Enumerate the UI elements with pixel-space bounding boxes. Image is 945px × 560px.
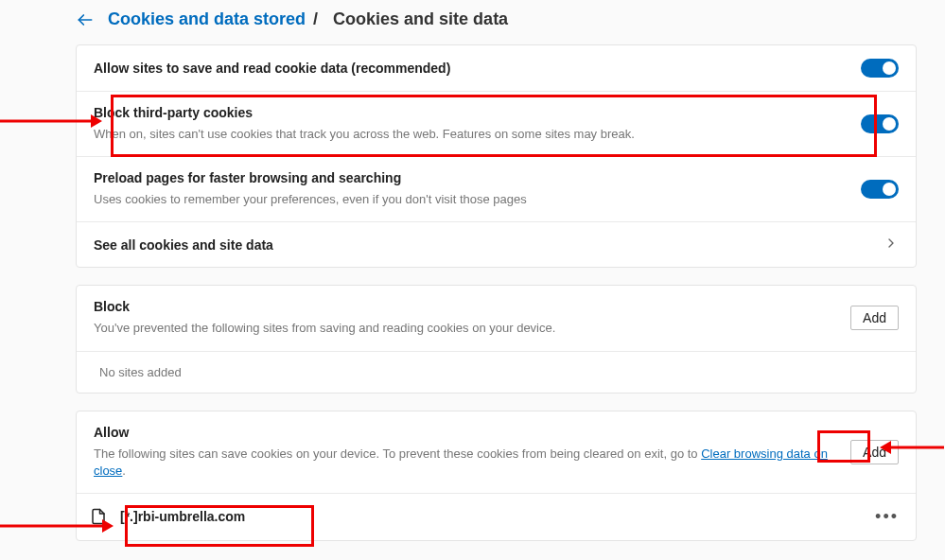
breadcrumb-current: Cookies and site data (333, 9, 508, 29)
allow-section-sub-after: . (122, 464, 126, 478)
setting-allow-save-row: Allow sites to save and read cookie data… (77, 45, 916, 92)
block-section-card: Block You've prevented the following sit… (76, 285, 917, 393)
allow-section-sub: The following sites can save cookies on … (94, 446, 850, 480)
block-section-title: Block (94, 299, 850, 314)
setting-preload-title: Preload pages for faster browsing and se… (94, 170, 861, 185)
chevron-right-icon (884, 236, 899, 254)
allow-add-button[interactable]: Add (850, 440, 899, 464)
allow-site-row: [*.]rbi-umbrella.com ••• (77, 494, 916, 540)
breadcrumb-separator: / (313, 9, 318, 29)
document-icon (90, 508, 107, 525)
allow-section-title: Allow (94, 425, 850, 440)
block-add-button[interactable]: Add (850, 306, 899, 330)
setting-preload-row: Preload pages for faster browsing and se… (77, 157, 916, 222)
setting-preload-sub: Uses cookies to remember your preference… (94, 191, 861, 208)
setting-block-third-row: Block third-party cookies When on, sites… (77, 92, 916, 157)
see-all-cookies-row[interactable]: See all cookies and site data (77, 222, 916, 267)
setting-preload-toggle[interactable] (861, 180, 899, 199)
breadcrumb: Cookies and data stored / Cookies and si… (76, 9, 917, 29)
see-all-cookies-title: See all cookies and site data (94, 237, 884, 253)
cookie-settings-card: Allow sites to save and read cookie data… (76, 44, 917, 268)
breadcrumb-parent-link[interactable]: Cookies and data stored (108, 9, 306, 29)
allow-site-more-icon[interactable]: ••• (875, 507, 899, 527)
setting-allow-save-title: Allow sites to save and read cookie data… (94, 61, 861, 76)
setting-allow-save-toggle[interactable] (861, 59, 899, 78)
allow-section-card: Allow The following sites can save cooki… (76, 411, 917, 541)
back-arrow-icon[interactable] (76, 10, 95, 29)
block-section-header: Block You've prevented the following sit… (77, 286, 916, 351)
setting-block-third-sub: When on, sites can't use cookies that tr… (94, 126, 861, 143)
setting-block-third-toggle[interactable] (861, 114, 899, 133)
allow-section-sub-before: The following sites can save cookies on … (94, 446, 701, 461)
allow-site-host: [*.]rbi-umbrella.com (120, 509, 245, 524)
allow-section-header: Allow The following sites can save cooki… (77, 411, 916, 494)
block-section-sub: You've prevented the following sites fro… (94, 320, 850, 337)
block-empty-note: No sites added (77, 352, 916, 393)
setting-block-third-title: Block third-party cookies (94, 105, 861, 120)
